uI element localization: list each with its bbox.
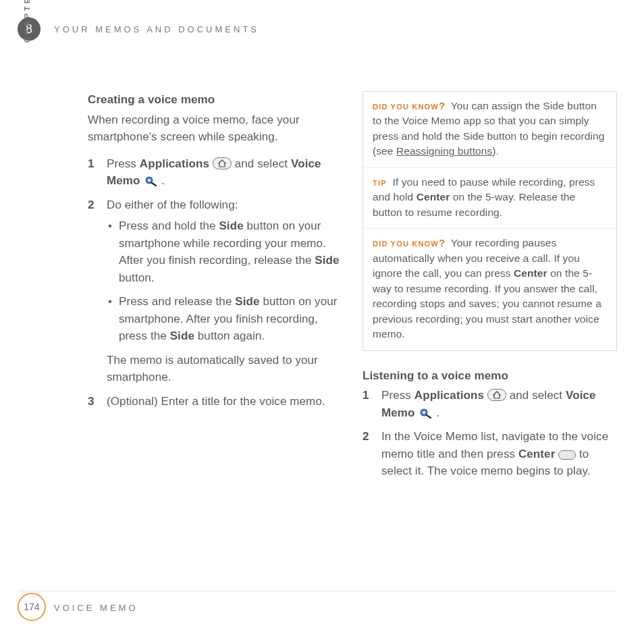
step-1: 1 Press Applications and select Voice Me…: [363, 387, 617, 421]
page-number-badge: 174: [18, 593, 46, 621]
step-2: 2 Do either of the following: Press and …: [88, 196, 342, 386]
step-number: 3: [88, 393, 95, 410]
section-heading-creating: Creating a voice memo: [88, 91, 342, 109]
tip-box: DID YOU KNOW? You can assign the Side bu…: [363, 91, 617, 351]
dyk-label: DID YOU KNOW: [373, 103, 439, 111]
svg-point-6: [423, 410, 426, 414]
voice-memo-icon: [143, 174, 158, 186]
top-header: YOUR MEMOS AND DOCUMENTS: [54, 24, 259, 34]
step1-end: .: [158, 174, 165, 187]
center-button-icon: [558, 450, 576, 460]
svg-point-2: [148, 179, 151, 182]
step3-text: (Optional) Enter a title for the voice m…: [107, 395, 325, 408]
step-number: 2: [363, 428, 369, 446]
section-heading-listening: Listening to a voice memo: [363, 367, 617, 385]
step1-pre: Press: [107, 157, 140, 170]
bullet-2: Press and release the Side button on you…: [107, 293, 342, 345]
step2-bullets: Press and hold the Side button on your s…: [107, 217, 342, 345]
chapter-label: CHAPTER: [23, 0, 31, 55]
reassigning-buttons-link[interactable]: Reassigning buttons: [396, 145, 492, 157]
content-columns: Creating a voice memo When recording a v…: [88, 91, 617, 487]
did-you-know-1: DID YOU KNOW? You can assign the Side bu…: [363, 92, 616, 167]
footer-rule: [18, 591, 617, 591]
page-number: 174: [24, 601, 40, 612]
home-icon: [487, 389, 506, 401]
step-3: 3 (Optional) Enter a title for the voice…: [88, 393, 342, 410]
step2-lead: Do either of the following:: [107, 198, 238, 211]
step-1: 1 Press Applications and select Voice Me…: [88, 155, 342, 190]
home-icon: [213, 157, 232, 169]
step-number: 1: [363, 387, 369, 404]
dyk-label: DID YOU KNOW: [373, 240, 439, 248]
right-column: DID YOU KNOW? You can assign the Side bu…: [363, 91, 617, 487]
svg-line-7: [427, 415, 431, 418]
did-you-know-2: DID YOU KNOW? Your recording pauses auto…: [363, 228, 616, 350]
voice-memo-icon: [418, 406, 433, 419]
svg-rect-4: [487, 390, 506, 401]
applications-label: Applications: [414, 389, 484, 402]
after-bullets: The memo is automatically saved to your …: [107, 352, 342, 386]
left-column: Creating a voice memo When recording a v…: [88, 91, 342, 487]
step1-mid: and select: [235, 157, 291, 170]
footer-label: VOICE MEMO: [54, 603, 138, 613]
tip-1: TIP If you need to pause while recording…: [363, 167, 616, 228]
step-number: 2: [88, 196, 95, 214]
step-2: 2 In the Voice Memo list, navigate to th…: [363, 428, 617, 480]
svg-rect-8: [559, 450, 576, 459]
creating-steps: 1 Press Applications and select Voice Me…: [88, 155, 342, 410]
listening-steps: 1 Press Applications and select Voice Me…: [363, 387, 617, 480]
tip-label: TIP: [373, 179, 387, 187]
svg-line-3: [152, 183, 156, 186]
question-mark-icon: ?: [439, 237, 445, 248]
center-label: Center: [518, 448, 555, 460]
intro-text: When recording a voice memo, face your s…: [88, 111, 342, 146]
step-number: 1: [88, 155, 95, 173]
question-mark-icon: ?: [439, 100, 445, 111]
bullet-1: Press and hold the Side button on your s…: [107, 217, 342, 286]
applications-label: Applications: [140, 157, 209, 170]
svg-rect-0: [213, 157, 231, 169]
